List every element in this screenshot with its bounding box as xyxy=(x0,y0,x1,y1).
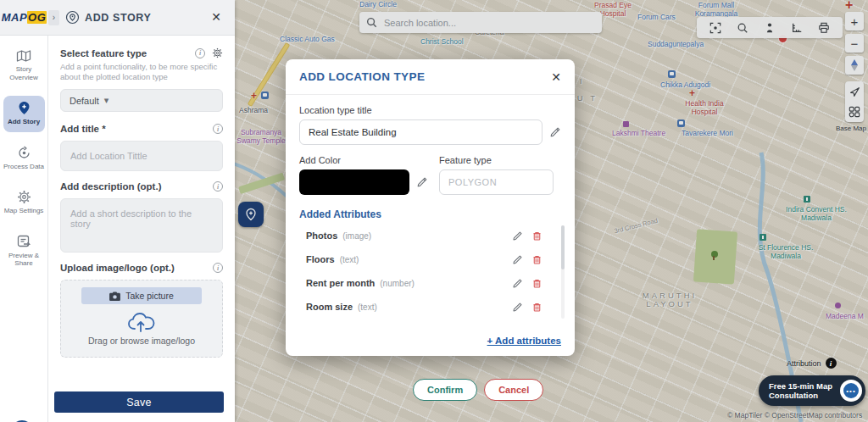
add-location-type-modal: ADD LOCATION TYPE ✕ Location type title … xyxy=(286,59,575,356)
location-type-title-field[interactable] xyxy=(299,119,542,145)
location-type-title-label: Location type title xyxy=(299,105,561,115)
description-input[interactable] xyxy=(61,199,222,248)
feature-type-input[interactable] xyxy=(440,177,553,187)
modal-action-row: Confirm Cancel xyxy=(413,379,543,401)
attribution-label: Attribution xyxy=(787,359,821,368)
modal-header: ADD LOCATION TYPE ✕ xyxy=(286,59,575,95)
take-picture-button[interactable]: Take picture xyxy=(81,287,202,304)
attribute-row: Rent per month (number) xyxy=(299,271,561,295)
attribute-type: (image) xyxy=(342,231,512,241)
feature-type-label: Feature type xyxy=(439,155,554,165)
modal-title: ADD LOCATION TYPE xyxy=(299,70,551,83)
chat-icon: ••• xyxy=(840,380,862,402)
panel-header: MAPOG › ADD STORY ✕ xyxy=(0,0,235,36)
title-field[interactable] xyxy=(60,141,223,171)
attribute-name: Rent per month xyxy=(306,278,375,288)
consultation-label: Free 15-min Map Consultation xyxy=(769,381,835,400)
chevron-down-icon: ▾ xyxy=(104,95,109,106)
attribute-row: Room size (text) xyxy=(299,295,561,319)
add-description-label: Add description (opt.) xyxy=(60,181,213,192)
delete-attribute-icon[interactable] xyxy=(531,230,542,242)
add-story-form: Select feature type i Add a point functi… xyxy=(48,36,235,422)
description-field[interactable] xyxy=(60,198,223,253)
attribute-row: Floors (text) xyxy=(299,247,561,271)
edit-attribute-icon[interactable] xyxy=(512,230,523,242)
attribute-row: Photos (image) xyxy=(299,224,561,247)
delete-attribute-icon[interactable] xyxy=(531,302,542,313)
delete-attribute-icon[interactable] xyxy=(531,278,542,289)
sidebar-item-process-data[interactable]: Process Data xyxy=(3,141,45,177)
add-title-label: Add title * xyxy=(60,124,213,134)
app-window: Dairy Circle Prasad Eye Hospital Forum C… xyxy=(0,0,868,422)
feature-type-field[interactable] xyxy=(439,169,554,195)
info-icon[interactable]: i xyxy=(213,263,223,273)
add-color-label: Add Color xyxy=(299,155,439,165)
cancel-button[interactable]: Cancel xyxy=(484,379,543,401)
attribute-name: Floors xyxy=(306,254,335,264)
edit-attribute-icon[interactable] xyxy=(512,278,523,289)
edit-attribute-icon[interactable] xyxy=(512,254,523,265)
drag-browse-label: Drag or browse image/logo xyxy=(61,336,222,346)
attribute-list: Photos (image) Floors (text) xyxy=(299,224,561,319)
close-icon[interactable]: ✕ xyxy=(551,70,561,84)
sidebar-item-story-overview[interactable]: Story Overview xyxy=(3,44,45,87)
feature-type-dropdown[interactable]: Default ▾ xyxy=(60,89,223,112)
info-icon[interactable]: i xyxy=(213,124,223,134)
attribution-toggle[interactable]: Attribution i xyxy=(787,358,837,369)
delete-attribute-icon[interactable] xyxy=(531,254,542,265)
close-panel-icon[interactable]: ✕ xyxy=(211,10,221,24)
collapse-panel-icon[interactable]: › xyxy=(48,10,59,25)
story-pin-icon xyxy=(65,10,80,25)
edit-color-icon[interactable] xyxy=(416,176,428,188)
color-swatch[interactable] xyxy=(299,169,409,195)
location-type-title-input[interactable] xyxy=(300,127,542,137)
map-credits: © MapTiler © OpenStreetMap contributors xyxy=(727,411,862,419)
consultation-button[interactable]: Free 15-min Map Consultation ••• xyxy=(759,375,865,406)
confirm-button[interactable]: Confirm xyxy=(413,379,477,401)
sidebar-rail: Story Overview Add Story Process Data Ma… xyxy=(0,36,48,422)
info-icon[interactable]: i xyxy=(213,181,223,192)
attribute-name: Room size xyxy=(306,302,353,312)
title-input[interactable] xyxy=(61,142,222,170)
feature-type-help-text: Add a point functionality, to be more sp… xyxy=(60,62,223,82)
attribute-name: Photos xyxy=(306,230,337,241)
edit-attribute-icon[interactable] xyxy=(512,302,523,313)
upload-image-label: Upload image/logo (opt.) xyxy=(60,263,213,273)
upload-dropzone[interactable]: Take picture Drag or browse image/logo xyxy=(60,280,223,358)
info-icon[interactable]: i xyxy=(195,48,205,58)
mapog-logo[interactable]: MAPOG xyxy=(0,11,48,24)
save-button[interactable]: Save xyxy=(54,391,224,413)
feature-settings-gear-icon[interactable] xyxy=(212,47,223,58)
panel-title: ADD STORY xyxy=(85,12,151,24)
attribute-type: (number) xyxy=(380,279,512,288)
sidebar-item-add-story[interactable]: Add Story xyxy=(3,96,45,132)
attribute-type: (text) xyxy=(358,303,512,312)
sidebar-item-map-settings[interactable]: Map Settings xyxy=(3,185,45,221)
attribute-type: (text) xyxy=(340,255,512,264)
attribute-scrollbar[interactable] xyxy=(561,225,565,319)
add-attributes-link[interactable]: + Add attributes xyxy=(487,336,561,346)
edit-title-icon[interactable] xyxy=(549,126,561,138)
added-attributes-header: Added Attributes xyxy=(299,208,561,220)
sidebar-item-preview-share[interactable]: Preview & Share xyxy=(3,230,45,274)
add-story-panel: MAPOG › ADD STORY ✕ Story Overview Add S… xyxy=(0,0,235,422)
camera-icon xyxy=(109,292,120,301)
info-icon[interactable]: i xyxy=(826,358,837,369)
select-feature-type-label: Select feature type xyxy=(60,48,195,58)
